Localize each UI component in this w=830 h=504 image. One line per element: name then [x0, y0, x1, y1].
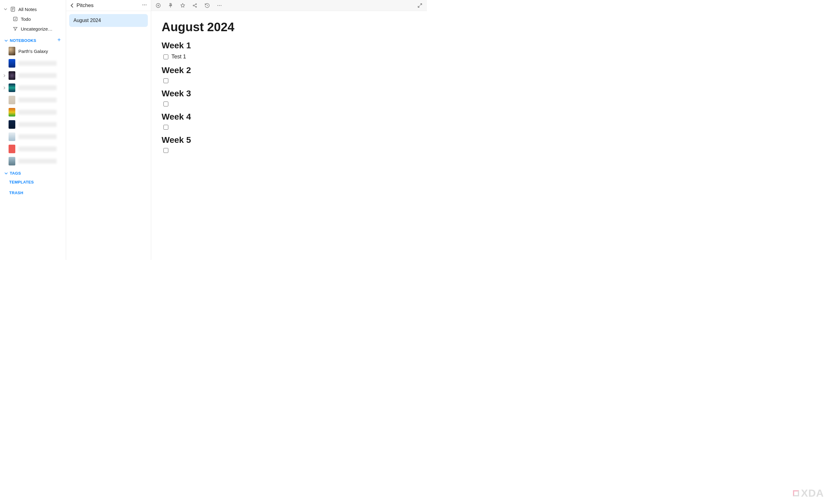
- checklist-text[interactable]: Test 1: [171, 54, 186, 60]
- breadcrumb[interactable]: Pitches: [76, 2, 139, 8]
- notebook-item[interactable]: [0, 94, 66, 106]
- notebook-label-redacted: [19, 159, 57, 164]
- notebook-item[interactable]: [0, 82, 66, 94]
- svg-point-7: [142, 4, 143, 5]
- svg-point-22: [219, 5, 220, 5]
- notebook-item[interactable]: [0, 57, 66, 69]
- todo-label: Todo: [21, 16, 31, 22]
- chevron-down-icon[interactable]: [4, 8, 7, 11]
- add-notebook-button[interactable]: [57, 37, 62, 44]
- notebook-label-redacted: [19, 146, 57, 152]
- notebook-label-redacted: [19, 122, 57, 127]
- note-items: August 2024: [66, 11, 151, 30]
- sidebar-uncategorized[interactable]: Uncategorize…: [0, 24, 66, 34]
- checklist-item[interactable]: [163, 125, 417, 130]
- notebook-thumbnail: [8, 59, 15, 68]
- week-heading[interactable]: Week 4: [162, 112, 417, 122]
- notebook-label-redacted: [19, 85, 57, 90]
- notebook-thumbnail: [8, 83, 15, 92]
- week-heading[interactable]: Week 3: [162, 89, 417, 98]
- all-notes-label: All Notes: [19, 7, 37, 12]
- svg-point-9: [146, 4, 146, 5]
- notebook-thumbnail: [8, 71, 15, 80]
- svg-rect-4: [13, 17, 17, 21]
- checkbox[interactable]: [163, 55, 168, 59]
- section-tags[interactable]: TAGS: [0, 167, 66, 177]
- templates-label: TEMPLATES: [9, 180, 34, 184]
- editor-toolbar: [151, 0, 427, 11]
- svg-point-8: [144, 4, 145, 5]
- chevron-down-icon[interactable]: [4, 39, 8, 42]
- todo-icon: [12, 16, 19, 22]
- note-title[interactable]: August 2024: [162, 20, 417, 34]
- editor-body[interactable]: August 2024 Week 1Test 1Week 2Week 3Week…: [151, 11, 427, 166]
- checklist-item[interactable]: Test 1: [163, 54, 417, 60]
- star-icon[interactable]: [180, 3, 186, 8]
- section-trash[interactable]: TRASH: [0, 188, 66, 198]
- tags-label: TAGS: [10, 171, 21, 175]
- sidebar-all-notes[interactable]: All Notes: [0, 4, 66, 14]
- note-list-item[interactable]: August 2024: [69, 14, 148, 27]
- svg-line-20: [207, 5, 208, 6]
- notebook-label-redacted: [19, 110, 57, 115]
- sidebar-todo[interactable]: Todo: [0, 14, 66, 24]
- more-icon[interactable]: [217, 3, 222, 8]
- editor-panel: August 2024 Week 1Test 1Week 2Week 3Week…: [151, 0, 427, 260]
- svg-point-16: [196, 6, 196, 7]
- chevron-right-icon[interactable]: [3, 74, 7, 77]
- svg-point-15: [196, 3, 196, 4]
- notebook-item[interactable]: [0, 155, 66, 167]
- notebook-label-redacted: [19, 61, 57, 66]
- new-note-icon[interactable]: [156, 3, 161, 8]
- notebook-item[interactable]: [0, 119, 66, 131]
- trash-label: TRASH: [9, 191, 23, 195]
- notebook-thumbnail: [8, 108, 15, 116]
- expand-icon[interactable]: [417, 3, 423, 8]
- checkbox[interactable]: [163, 102, 168, 106]
- checkbox[interactable]: [163, 78, 168, 83]
- notebook-thumbnail: [8, 157, 15, 165]
- sidebar: All Notes Todo Uncategorize… NOTEBOOKS P…: [0, 0, 66, 260]
- notebook-thumbnail: [8, 132, 15, 141]
- notebook-item[interactable]: [0, 143, 66, 155]
- checklist-item[interactable]: [163, 148, 417, 153]
- funnel-icon: [12, 26, 19, 32]
- week-heading[interactable]: Week 1: [162, 41, 417, 51]
- checkbox[interactable]: [163, 125, 168, 130]
- share-icon[interactable]: [192, 3, 198, 8]
- notebook-item[interactable]: Parth's Galaxy: [0, 45, 66, 57]
- notebook-label: Parth's Galaxy: [19, 48, 48, 54]
- notebook-label-redacted: [19, 73, 57, 78]
- notebooks-label: NOTEBOOKS: [10, 38, 36, 43]
- notebook-list: Parth's Galaxy: [0, 45, 66, 167]
- week-heading[interactable]: Week 2: [162, 65, 417, 75]
- notebook-thumbnail: [8, 145, 15, 153]
- chevron-right-icon[interactable]: [3, 87, 7, 89]
- checklist-item[interactable]: [163, 102, 417, 106]
- more-icon[interactable]: [142, 2, 147, 9]
- notebook-thumbnail: [8, 96, 15, 104]
- chevron-down-icon[interactable]: [4, 172, 8, 175]
- notebook-label-redacted: [19, 98, 57, 102]
- checkbox[interactable]: [163, 148, 168, 153]
- svg-line-18: [194, 5, 196, 6]
- svg-line-17: [194, 4, 196, 5]
- pin-icon[interactable]: [168, 3, 173, 8]
- back-button[interactable]: [70, 3, 74, 8]
- note-list-header: Pitches: [66, 0, 151, 11]
- note-list-panel: Pitches August 2024: [66, 0, 151, 260]
- notebook-label-redacted: [19, 134, 57, 139]
- uncategorized-label: Uncategorize…: [21, 26, 52, 32]
- svg-point-23: [221, 5, 221, 5]
- notebook-item[interactable]: [0, 106, 66, 119]
- notes-icon: [10, 6, 16, 12]
- history-icon[interactable]: [204, 3, 210, 8]
- week-heading[interactable]: Week 5: [162, 135, 417, 145]
- notebook-thumbnail: [8, 120, 15, 129]
- notebook-item[interactable]: [0, 69, 66, 82]
- section-templates[interactable]: TEMPLATES: [0, 177, 66, 188]
- notebook-thumbnail: [8, 47, 15, 55]
- section-notebooks[interactable]: NOTEBOOKS: [0, 34, 66, 45]
- notebook-item[interactable]: [0, 131, 66, 143]
- checklist-item[interactable]: [163, 78, 417, 83]
